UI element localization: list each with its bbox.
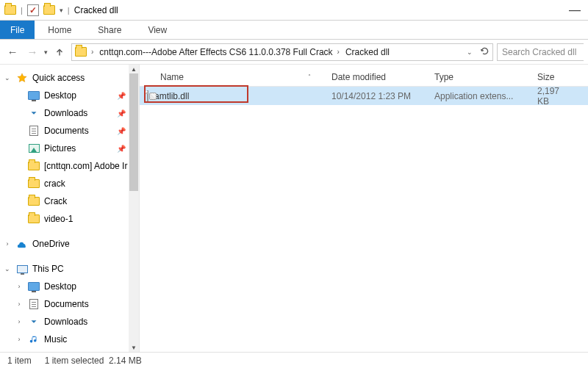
column-type[interactable]: Type [427, 72, 530, 82]
scroll-down-button[interactable]: ▼ [129, 343, 139, 352]
sidebar-label: OneDrive [32, 239, 70, 249]
status-selection: 1 item selected 2.14 MB [45, 356, 142, 366]
downloads-icon [28, 107, 40, 119]
column-date[interactable]: Date modified [324, 72, 427, 82]
title-bar: | ✓ ▾ | Cracked dll — [0, 0, 588, 21]
folder-icon [28, 179, 40, 188]
sidebar-label: This PC [32, 264, 64, 274]
sidebar-item-label: Crack [44, 196, 67, 206]
ribbon-tabs: File Home Share View [0, 21, 588, 40]
back-button[interactable]: ← [4, 44, 21, 60]
sidebar-item-label: Music [44, 334, 67, 344]
sidebar-item-folder[interactable]: video-1 [0, 210, 139, 228]
sidebar-item-label: Documents [44, 299, 89, 309]
column-label: Name [160, 72, 184, 82]
folder-icon [28, 162, 40, 170]
minimize-button[interactable]: — [569, 4, 588, 17]
navigation-bar: ← → ▾ › cnttqn.com---Adobe After Effects… [0, 40, 588, 65]
chevron-right-icon[interactable]: › [90, 48, 95, 56]
sidebar-item-label: Desktop [44, 281, 76, 292]
scrollbar-thumb[interactable] [129, 73, 138, 191]
sidebar-item-desktop[interactable]: Desktop📌 [0, 87, 139, 104]
desktop-icon [28, 91, 40, 100]
sidebar-item-desktop[interactable]: ›Desktop [0, 278, 139, 295]
qat-dropdown-icon[interactable]: ▾ [60, 7, 63, 14]
history-dropdown-icon[interactable]: ▾ [44, 48, 48, 56]
file-list-pane: Name˄ Date modified Type Size amtlib.dll… [140, 65, 588, 352]
folder-icon [28, 214, 40, 223]
folder-icon [28, 197, 40, 206]
sidebar-item-label: Downloads [44, 108, 87, 118]
sidebar-item-label: [cnttqn.com] Adobe Ir [44, 161, 127, 171]
sidebar-item-label: Documents [44, 126, 89, 136]
file-date: 10/14/2012 1:23 PM [331, 91, 411, 101]
documents-icon [29, 126, 38, 136]
dll-file-icon [147, 90, 148, 102]
column-name[interactable]: Name˄ [140, 72, 324, 82]
sidebar-item-label: Desktop [44, 90, 76, 101]
sidebar-item-folder[interactable]: Crack [0, 192, 139, 210]
music-icon [28, 333, 40, 345]
downloads-icon [28, 316, 40, 328]
sidebar-item-label: video-1 [44, 214, 73, 224]
sidebar-quick-access[interactable]: ⌄ Quick access [0, 69, 139, 87]
file-type: Application extens... [434, 91, 513, 101]
status-item-count: 1 item [7, 356, 32, 366]
sidebar-onedrive[interactable]: › OneDrive [0, 235, 139, 253]
sidebar-item-downloads[interactable]: ›Downloads [0, 313, 139, 331]
sidebar-item-folder[interactable]: crack [0, 175, 139, 192]
file-name: amtlib.dll [154, 91, 189, 101]
column-headers: Name˄ Date modified Type Size [140, 68, 588, 87]
sidebar-label: Quick access [32, 73, 85, 83]
column-label: Date modified [331, 72, 386, 82]
column-size[interactable]: Size [530, 72, 588, 82]
pc-icon [17, 265, 28, 273]
column-label: Size [537, 72, 554, 82]
refresh-button[interactable] [480, 46, 490, 58]
sidebar-item-documents[interactable]: Documents📌 [0, 122, 139, 140]
sidebar-item-pictures[interactable]: Pictures📌 [0, 140, 139, 157]
forward-button[interactable]: → [24, 44, 40, 60]
up-button[interactable] [51, 44, 68, 60]
address-bar[interactable]: › cnttqn.com---Adobe After Effects CS6 1… [71, 43, 493, 61]
chevron-right-icon[interactable]: › [15, 283, 24, 290]
documents-icon [29, 299, 38, 309]
sidebar-item-label: crack [44, 178, 65, 189]
navigation-pane: ⌄ Quick access Desktop📌 Downloads📌 Docum… [0, 65, 140, 352]
sort-indicator-icon: ˄ [308, 73, 324, 80]
breadcrumb[interactable]: Cracked dll [345, 47, 390, 57]
chevron-right-icon[interactable]: › [15, 318, 24, 325]
chevron-right-icon[interactable]: › [15, 336, 24, 343]
file-tab[interactable]: File [0, 21, 35, 39]
search-input[interactable]: Search Cracked dll [497, 43, 584, 61]
desktop-icon [28, 282, 40, 291]
address-dropdown-icon[interactable]: ⌄ [467, 48, 473, 56]
chevron-down-icon[interactable]: ⌄ [3, 265, 12, 273]
chevron-down-icon[interactable]: ⌄ [3, 74, 12, 82]
star-icon [16, 72, 28, 84]
sidebar-item-documents[interactable]: ›Documents [0, 295, 139, 313]
sidebar-this-pc[interactable]: ⌄ This PC [0, 260, 139, 278]
file-row[interactable]: amtlib.dll 10/14/2012 1:23 PM Applicatio… [140, 87, 588, 105]
chevron-right-icon[interactable]: › [336, 48, 341, 56]
chevron-right-icon[interactable]: › [3, 240, 12, 248]
sidebar-item-folder[interactable]: [cnttqn.com] Adobe Ir [0, 157, 139, 175]
titlebar-folder-icon [4, 5, 16, 15]
sidebar-item-downloads[interactable]: Downloads📌 [0, 104, 139, 122]
file-size: 2,197 KB [537, 86, 572, 107]
separator: | [21, 6, 23, 15]
cloud-icon [16, 238, 28, 250]
breadcrumb[interactable]: cnttqn.com---Adobe After Effects CS6 11.… [99, 47, 341, 57]
chevron-right-icon[interactable]: › [15, 300, 24, 308]
pictures-icon [29, 144, 40, 153]
tab-view[interactable]: View [135, 21, 180, 39]
breadcrumb-label: cnttqn.com---Adobe After Effects CS6 11.… [99, 47, 332, 57]
tab-share[interactable]: Share [85, 21, 135, 39]
tab-home[interactable]: Home [35, 21, 85, 39]
status-bar: 1 item 1 item selected 2.14 MB [0, 352, 588, 368]
quick-access-toolbar-icon[interactable]: ✓ [27, 4, 39, 16]
breadcrumb-label: Cracked dll [345, 47, 390, 57]
sidebar-item-music[interactable]: ›Music [0, 331, 139, 348]
scroll-up-button[interactable]: ▲ [129, 65, 139, 73]
sidebar-item-label: Downloads [44, 317, 87, 327]
